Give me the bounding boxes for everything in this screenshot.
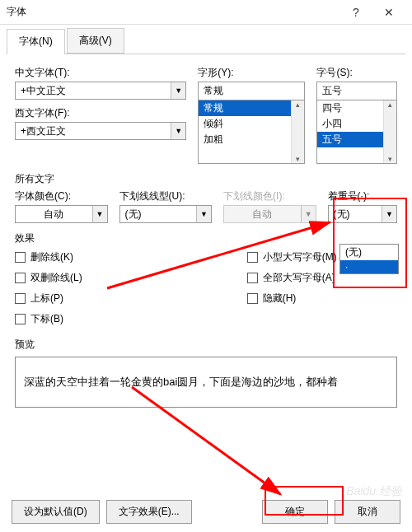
dialog-title: 字体 [7, 5, 339, 19]
tab-bar: 字体(N) 高级(V) [7, 28, 405, 54]
western-font-combo[interactable]: +西文正文 ▼ [15, 122, 186, 140]
emphasis-dropdown[interactable]: (无) · [339, 244, 399, 274]
checkbox-icon [247, 273, 258, 283]
checkbox-icon [247, 293, 258, 304]
content-area: 中文字体(T): +中文正文 ▼ 西文字体(F): +西文正文 ▼ 字形(Y):… [0, 54, 412, 408]
checkbox-subscript[interactable]: 下标(B) [15, 312, 82, 326]
chinese-font-combo[interactable]: +中文正文 ▼ [15, 82, 186, 100]
chevron-down-icon: ▼ [382, 206, 396, 222]
label-underline-color: 下划线颜色(I): [223, 189, 316, 203]
style-option[interactable]: 倾斜 [199, 116, 304, 132]
label-chinese-font: 中文字体(T): [15, 66, 186, 80]
western-font-value: +西文正文 [16, 124, 171, 138]
text-effects-button[interactable]: 文字效果(E)... [106, 500, 192, 524]
titlebar: 字体 ? ✕ [0, 0, 412, 25]
footer-buttons: 设为默认值(D) 文字效果(E)... 确定 取消 [0, 500, 412, 524]
emphasis-option-dot[interactable]: · [340, 260, 398, 273]
checkbox-hidden[interactable]: 隐藏(H) [247, 292, 337, 306]
checkbox-small-caps[interactable]: 小型大写字母(M) [247, 250, 337, 264]
scrollbar[interactable] [291, 100, 304, 163]
chevron-down-icon: ▼ [301, 206, 316, 222]
size-input[interactable]: 五号 [316, 82, 397, 100]
underline-style-combo[interactable]: (无) ▼ [119, 205, 213, 223]
underline-color-combo: 自动 ▼ [223, 205, 316, 223]
style-option[interactable]: 加粗 [199, 132, 304, 147]
label-underline-style: 下划线线型(U): [119, 189, 213, 203]
tab-font[interactable]: 字体(N) [7, 29, 65, 54]
checkbox-icon [15, 273, 26, 283]
scrollbar[interactable] [383, 100, 396, 163]
checkbox-icon [15, 314, 26, 324]
checkbox-strike[interactable]: 删除线(K) [15, 250, 82, 264]
checkbox-icon [15, 293, 26, 304]
preview-text: 深蓝的天空中挂着一轮金黄的bai圆月，下面是海边的沙地，都种着 [24, 375, 338, 390]
label-all-text: 所有文字 [15, 172, 397, 186]
watermark: Baidu 经验 [346, 484, 402, 499]
label-size: 字号(S): [316, 66, 397, 80]
label-style: 字形(Y): [198, 66, 305, 80]
label-preview: 预览 [15, 338, 397, 352]
label-emphasis: 着重号(·): [328, 189, 397, 203]
close-button[interactable]: ✕ [372, 6, 405, 19]
size-listbox[interactable]: 四号 小四 五号 [316, 100, 397, 164]
chevron-down-icon: ▼ [196, 206, 211, 222]
cancel-button[interactable]: 取消 [335, 500, 400, 524]
style-option[interactable]: 常规 [199, 100, 304, 116]
emphasis-option-none[interactable]: (无) [340, 245, 398, 260]
set-default-button[interactable]: 设为默认值(D) [12, 500, 100, 524]
checkbox-double-strike[interactable]: 双删除线(L) [15, 271, 82, 285]
preview-box: 深蓝的天空中挂着一轮金黄的bai圆月，下面是海边的沙地，都种着 [15, 357, 397, 408]
ok-button[interactable]: 确定 [262, 500, 328, 524]
checkbox-all-caps[interactable]: 全部大写字母(A) [247, 271, 337, 285]
style-listbox[interactable]: 常规 倾斜 加粗 [198, 100, 305, 164]
label-font-color: 字体颜色(C): [15, 189, 108, 203]
chevron-down-icon: ▼ [92, 206, 107, 222]
emphasis-combo[interactable]: (无) ▼ [328, 205, 397, 223]
help-button[interactable]: ? [339, 6, 372, 19]
checkbox-icon [15, 252, 26, 263]
chevron-down-icon: ▼ [171, 123, 185, 139]
checkbox-icon [247, 252, 258, 263]
font-color-combo[interactable]: 自动 ▼ [15, 205, 108, 223]
label-western-font: 西文字体(F): [15, 106, 186, 120]
checkbox-superscript[interactable]: 上标(P) [15, 292, 82, 306]
style-input[interactable]: 常规 [198, 82, 305, 100]
chevron-down-icon: ▼ [171, 82, 185, 99]
chinese-font-value: +中文正文 [16, 84, 171, 98]
tab-advanced[interactable]: 高级(V) [67, 28, 124, 54]
